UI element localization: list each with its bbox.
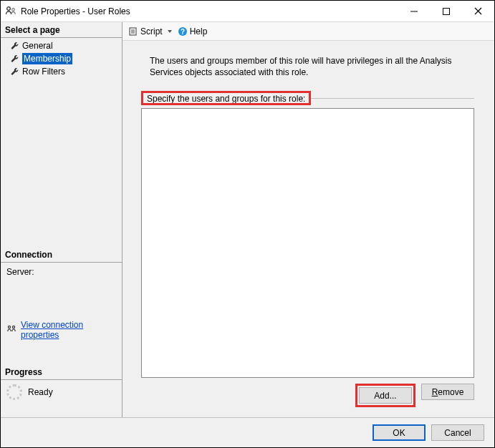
close-button[interactable]	[462, 1, 494, 22]
svg-point-0	[7, 6, 11, 10]
script-icon	[128, 26, 138, 36]
server-label: Server:	[6, 267, 116, 277]
dialog-footer: OK Cancel	[1, 417, 494, 447]
page-item-row-filters[interactable]: Row Filters	[1, 65, 122, 78]
remove-button[interactable]: Remove	[421, 384, 474, 400]
content-pane: Script ? Help The users and groups membe…	[122, 22, 494, 417]
script-dropdown[interactable]: Script	[128, 26, 172, 36]
connection-header: Connection	[1, 247, 122, 263]
users-group: Specify the users and groups for this ro…	[141, 92, 474, 409]
add-button[interactable]: Add...	[359, 387, 412, 404]
wrench-icon	[11, 54, 19, 63]
wrench-icon	[11, 42, 19, 50]
svg-point-6	[8, 326, 10, 328]
app-icon	[5, 6, 16, 17]
select-page-header: Select a page	[1, 22, 122, 38]
cancel-button[interactable]: Cancel	[431, 424, 484, 441]
progress-status: Ready	[28, 387, 53, 397]
help-label: Help	[190, 26, 208, 36]
content-toolbar: Script ? Help	[122, 22, 494, 41]
svg-rect-3	[443, 8, 449, 14]
page-item-membership[interactable]: Membership	[1, 52, 122, 65]
connection-icon	[6, 325, 16, 335]
page-item-label: Membership	[22, 53, 72, 64]
connection-link-row: View connection properties	[1, 320, 122, 347]
description-text: The users and groups member of this role…	[128, 45, 487, 79]
page-item-general[interactable]: General	[1, 39, 122, 52]
group-legend: Specify the users and groups for this ro…	[143, 92, 309, 104]
help-icon: ?	[178, 26, 188, 36]
progress-header: Progress	[1, 364, 122, 380]
page-item-label: Row Filters	[22, 66, 65, 77]
wrench-icon	[11, 67, 19, 76]
help-button[interactable]: ? Help	[178, 26, 208, 36]
connection-body: Server:	[1, 263, 122, 320]
svg-text:?: ?	[181, 27, 185, 35]
users-listbox[interactable]	[141, 108, 474, 378]
content-inner: The users and groups member of this role…	[128, 45, 487, 413]
view-connection-properties-link[interactable]: View connection properties	[21, 320, 116, 340]
maximize-button[interactable]	[430, 1, 462, 22]
page-list: General Membership Row Filters	[1, 38, 122, 79]
minimize-button[interactable]	[398, 1, 430, 22]
title-bar: Role Properties - User Roles	[1, 1, 494, 22]
svg-point-1	[12, 8, 15, 11]
progress-spinner-icon	[6, 384, 22, 400]
progress-body: Ready	[1, 380, 122, 417]
page-item-label: General	[22, 40, 53, 52]
add-highlight: Add...	[355, 384, 415, 407]
group-button-row: Add... Remove	[141, 378, 474, 409]
script-label: Script	[140, 26, 163, 36]
group-legend-text: Specify the users and groups for this ro…	[147, 94, 305, 104]
window-title: Role Properties - User Roles	[21, 6, 130, 16]
svg-point-7	[12, 326, 14, 328]
dialog-body: Select a page General Membership Row Fil…	[1, 22, 494, 417]
ok-button[interactable]: OK	[373, 424, 426, 441]
sidebar: Select a page General Membership Row Fil…	[1, 22, 122, 417]
